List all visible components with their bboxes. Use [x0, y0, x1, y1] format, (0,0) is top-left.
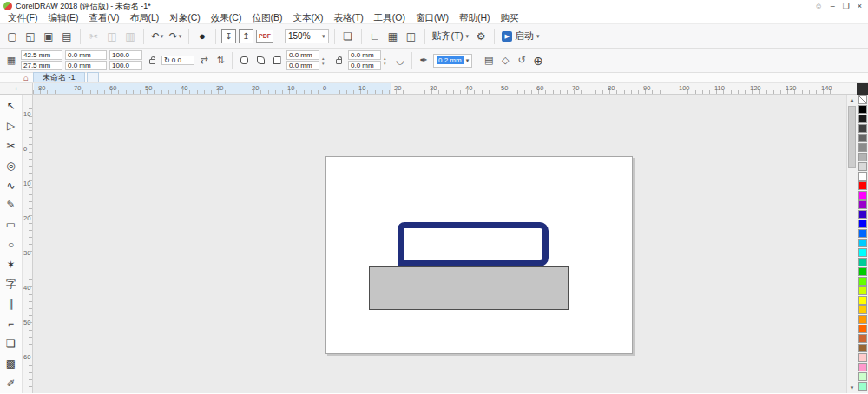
vertical-ruler[interactable]: 100102030405060 [23, 95, 33, 393]
search-content-button[interactable]: ● [194, 28, 210, 45]
object-height-field[interactable]: 0.0 mm [65, 61, 107, 70]
wrap-paragraph-text-button[interactable]: ▤ [482, 53, 496, 69]
cut-button[interactable]: ✂ [86, 28, 102, 45]
color-swatch[interactable] [858, 344, 867, 352]
freehand-tool[interactable]: ∿ [2, 175, 21, 195]
object-position-y-field[interactable]: 27.5 mm [21, 61, 62, 70]
drawing-canvas[interactable] [33, 95, 846, 393]
rectangle-tool[interactable]: ▭ [2, 215, 21, 235]
fullscreen-preview-button[interactable]: ❏ [340, 28, 356, 45]
transparency-tool[interactable]: ▩ [2, 353, 21, 373]
snap-dropdown[interactable]: 贴齐(T) [431, 30, 471, 43]
save-button[interactable]: ▣ [41, 28, 56, 45]
corner-radius-tl-field[interactable]: 0.0 mm [286, 50, 319, 60]
lock-ratio-button[interactable] [145, 53, 159, 69]
corner-spinner-right[interactable] [384, 56, 391, 66]
round-corner-button[interactable] [237, 53, 251, 69]
color-swatch[interactable] [858, 334, 867, 343]
color-eyedropper-tool[interactable]: ✐ [2, 373, 21, 393]
color-swatch[interactable] [858, 181, 867, 190]
menu-item-2[interactable]: 查看(V) [83, 12, 124, 24]
menu-item-8[interactable]: 表格(T) [328, 12, 368, 24]
show-grid-button[interactable]: ▦ [385, 28, 401, 45]
outline-width-combo[interactable]: 0.2 mm [433, 54, 472, 68]
menu-item-11[interactable]: 帮助(H) [454, 12, 496, 24]
close-button[interactable]: × [858, 2, 862, 10]
color-swatch[interactable] [858, 372, 867, 381]
mirror-vertical-button[interactable]: ⇅ [214, 53, 227, 69]
new-tab-stub[interactable] [87, 72, 99, 82]
convert-to-curves-button[interactable]: ◇ [498, 53, 512, 69]
horizontal-ruler[interactable]: + 80706050403020100102030405060708090100… [0, 83, 868, 95]
paste-button[interactable]: ▥ [122, 28, 138, 45]
undo-button[interactable]: ↶ [149, 28, 165, 45]
drop-shadow-tool[interactable]: ❏ [2, 334, 21, 354]
color-swatch[interactable] [858, 363, 867, 371]
menu-item-7[interactable]: 文本(X) [287, 12, 328, 24]
menu-item-9[interactable]: 工具(O) [369, 12, 411, 24]
color-swatch[interactable] [858, 248, 867, 257]
color-swatch[interactable] [858, 115, 867, 123]
account-icon[interactable]: ☺ [814, 2, 822, 10]
show-guidelines-button[interactable]: ◫ [404, 28, 419, 45]
color-swatch[interactable] [858, 353, 867, 362]
menu-item-6[interactable]: 位图(B) [247, 12, 287, 24]
color-swatch[interactable] [858, 296, 867, 305]
text-tool[interactable]: 字 [2, 274, 21, 294]
copy-button[interactable]: ◫ [104, 28, 120, 45]
base-rectangle[interactable] [369, 266, 569, 310]
artistic-media-tool[interactable]: ✎ [2, 195, 21, 215]
color-swatch[interactable] [858, 134, 867, 142]
ruler-options-button[interactable] [857, 83, 868, 95]
pdf-button[interactable]: PDF [256, 30, 273, 43]
color-swatch[interactable] [858, 286, 867, 295]
color-swatch[interactable] [858, 315, 867, 324]
vertical-scrollbar[interactable]: ▲ ▼ [846, 95, 857, 393]
mirror-horizontal-button[interactable]: ⇄ [197, 53, 211, 69]
new-document-button[interactable]: ▢ [4, 28, 20, 45]
object-position-x-field[interactable]: 42.5 mm [21, 50, 62, 60]
color-swatch[interactable] [858, 210, 867, 219]
refresh-button[interactable]: ↺ [515, 53, 529, 69]
color-swatch[interactable] [858, 382, 867, 391]
color-swatch[interactable] [858, 258, 867, 266]
menu-item-10[interactable]: 窗口(W) [411, 12, 454, 24]
color-swatch[interactable] [858, 239, 867, 247]
home-icon[interactable]: ⌂ [23, 73, 29, 82]
menu-item-1[interactable]: 编辑(E) [43, 12, 83, 24]
lock-corners-button[interactable] [332, 53, 345, 69]
color-swatch[interactable] [858, 325, 867, 333]
scroll-up-arrow[interactable]: ▲ [847, 95, 857, 105]
color-swatch[interactable] [858, 191, 867, 200]
scale-width-field[interactable]: 100.0 [109, 50, 142, 60]
corner-radius-br-field[interactable]: 0.0 mm [348, 61, 381, 70]
color-swatch[interactable] [858, 172, 867, 181]
color-swatch[interactable] [858, 143, 867, 152]
options-button[interactable]: ⚙ [473, 28, 489, 45]
menu-item-12[interactable]: 购买 [496, 12, 524, 24]
color-swatch[interactable] [858, 200, 867, 209]
color-swatch[interactable] [858, 124, 867, 133]
color-swatch[interactable] [858, 105, 867, 114]
redo-button[interactable]: ↷ [168, 28, 183, 45]
color-swatch[interactable] [858, 162, 867, 171]
color-swatch[interactable] [858, 267, 867, 276]
menu-item-0[interactable]: 文件(F) [3, 12, 43, 24]
polygon-tool[interactable]: ✶ [2, 254, 21, 274]
export-button[interactable]: ↥ [239, 29, 253, 43]
chamfered-corner-button[interactable] [270, 53, 284, 69]
connector-tool[interactable]: ⌐ [2, 314, 21, 334]
minimize-button[interactable]: – [831, 2, 835, 10]
scalloped-corner-button[interactable] [253, 53, 267, 69]
rotation-angle-field[interactable]: ↻ 0.0 [161, 56, 194, 65]
menu-item-4[interactable]: 对象(C) [164, 12, 206, 24]
scrollbar-thumb[interactable] [848, 106, 856, 168]
color-swatch[interactable] [858, 229, 867, 238]
scroll-down-arrow[interactable]: ▼ [847, 383, 857, 393]
open-button[interactable]: ◱ [23, 28, 38, 45]
pick-tool[interactable]: ↖ [2, 96, 21, 116]
import-button[interactable]: ↧ [221, 29, 236, 43]
no-color-swatch[interactable] [858, 95, 867, 104]
quick-customize-button[interactable]: ⊕ [531, 53, 545, 69]
print-button[interactable]: ▤ [59, 28, 75, 45]
